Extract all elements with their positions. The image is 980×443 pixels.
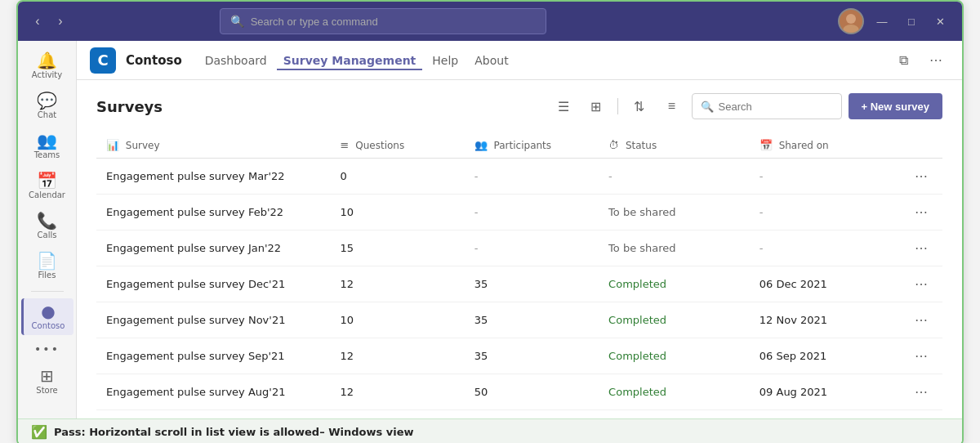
participants-col-icon: 👥 (474, 139, 488, 151)
cell-actions: ⋯ (900, 374, 942, 410)
back-button[interactable]: ‹ (28, 11, 47, 31)
cell-survey-name: Engagement pulse survey Jul'21 (96, 410, 331, 419)
cell-shared-on: 12 Nov 2021 (750, 302, 900, 338)
sidebar-item-chat[interactable]: 💬 Chat (21, 87, 74, 124)
cell-survey-name: Engagement pulse survey Nov'21 (96, 302, 331, 338)
calendar-icon: 📅 (37, 172, 57, 189)
nav-link-about[interactable]: About (468, 51, 514, 70)
content-area: Surveys ☰ ⊞ ⇅ ≡ 🔍 + New survey (77, 80, 962, 418)
cell-questions: 10 (331, 302, 465, 338)
table-row: Engagement pulse survey Jan'22 15 - To b… (96, 230, 942, 266)
new-survey-button[interactable]: + New survey (849, 93, 942, 119)
nav-link-help[interactable]: Help (425, 51, 465, 70)
sidebar-item-calls[interactable]: 📞 Calls (21, 208, 74, 244)
col-header-shared-on: 📅 Shared on (750, 132, 900, 159)
cell-survey-name: Engagement pulse survey Aug'21 (96, 374, 331, 410)
sidebar-item-calendar[interactable]: 📅 Calendar (21, 168, 74, 204)
sidebar-item-more[interactable]: ••• (21, 338, 74, 360)
cell-status: To be shared (599, 230, 750, 266)
app-body: 🔔 Activity 💬 Chat 👥 Teams 📅 Calendar 📞 C… (18, 41, 962, 418)
nav-link-survey-management[interactable]: Survey Management (277, 51, 423, 70)
col-header-participants: 👥 Participants (465, 132, 599, 159)
cell-participants: 50 (465, 374, 599, 410)
command-search-bar[interactable]: 🔍 (220, 8, 546, 34)
row-more-button[interactable]: ⋯ (910, 383, 933, 401)
table-search-input[interactable] (719, 101, 833, 113)
cell-shared-on: 06 Jul 2021 (750, 410, 900, 419)
col-header-questions: ≡ Questions (331, 132, 465, 159)
cell-questions: 10 (331, 195, 465, 230)
survey-col-icon: 📊 (106, 139, 119, 151)
sidebar-item-contoso[interactable]: ● Contoso (21, 298, 74, 335)
grid-view-button[interactable]: ⊞ (583, 93, 609, 119)
col-header-survey: 📊 Survey (96, 132, 331, 159)
cell-questions: 15 (331, 230, 465, 266)
cell-actions: ⋯ (900, 195, 942, 230)
cell-shared-on: 09 Aug 2021 (750, 374, 900, 410)
list-view-button[interactable]: ☰ (550, 93, 577, 119)
cell-actions: ⋯ (900, 338, 942, 374)
cell-participants: 35 (465, 302, 599, 338)
table-header: 📊 Survey ≡ Questions 👥 Participants (96, 132, 942, 159)
svg-point-1 (843, 25, 859, 33)
surveys-header: Surveys ☰ ⊞ ⇅ ≡ 🔍 + New survey (96, 93, 942, 119)
cell-actions: ⋯ (900, 302, 942, 338)
sidebar-item-teams[interactable]: 👥 Teams (21, 128, 74, 164)
cell-status: Completed (599, 374, 750, 410)
external-link-button[interactable]: ⧉ (890, 47, 916, 74)
cell-status: To be shared (599, 195, 750, 230)
table-row: Engagement pulse survey Jul'21 20 25 Com… (96, 410, 942, 419)
cell-actions: ⋯ (900, 266, 942, 302)
cell-survey-name: Engagement pulse survey Feb'22 (96, 195, 331, 230)
cell-shared-on: - (750, 159, 900, 195)
calls-icon: 📞 (37, 213, 57, 229)
table-row: Engagement pulse survey Aug'21 12 50 Com… (96, 374, 942, 410)
table-search-wrap: 🔍 (692, 93, 842, 119)
title-bar: ‹ › 🔍 — □ ✕ (18, 2, 962, 41)
sort-button[interactable]: ⇅ (626, 93, 653, 119)
row-more-button[interactable]: ⋯ (910, 275, 933, 293)
more-options-button[interactable]: ⋯ (923, 47, 949, 74)
cell-status: - (599, 159, 750, 195)
cell-status: Completed (599, 410, 750, 419)
cell-status: Completed (599, 302, 750, 338)
sidebar-item-store[interactable]: ⊞ Store (21, 363, 74, 400)
header-actions: ☰ ⊞ ⇅ ≡ 🔍 + New survey (550, 93, 942, 119)
pass-icon: ✅ (31, 424, 47, 440)
forward-button[interactable]: › (51, 11, 70, 31)
sidebar-label-activity: Activity (32, 70, 62, 79)
sidebar-label-teams: Teams (34, 150, 60, 159)
sidebar-item-files[interactable]: 📄 Files (21, 248, 74, 284)
row-more-button[interactable]: ⋯ (910, 311, 933, 329)
title-bar-right: — □ ✕ (838, 8, 952, 34)
surveys-title: Surveys (96, 98, 550, 115)
minimize-button[interactable]: — (871, 10, 893, 33)
sidebar-label-chat: Chat (38, 110, 56, 119)
app-logo: C (90, 47, 116, 74)
cell-participants: 35 (465, 266, 599, 302)
chat-icon: 💬 (37, 92, 57, 109)
store-icon: ⊞ (40, 368, 54, 384)
row-more-button[interactable]: ⋯ (910, 167, 933, 186)
avatar[interactable] (838, 8, 864, 34)
surveys-table: 📊 Survey ≡ Questions 👥 Participants (96, 132, 942, 418)
close-button[interactable]: ✕ (929, 10, 952, 33)
table-body: Engagement pulse survey Mar'22 0 - - - ⋯… (96, 159, 942, 419)
row-more-button[interactable]: ⋯ (910, 347, 933, 365)
filter-button[interactable]: ≡ (659, 93, 685, 119)
table-row: Engagement pulse survey Nov'21 10 35 Com… (96, 302, 942, 338)
cell-survey-name: Engagement pulse survey Mar'22 (96, 159, 331, 195)
cell-questions: 20 (331, 410, 465, 419)
table-header-row: 📊 Survey ≡ Questions 👥 Participants (96, 132, 942, 159)
search-icon: 🔍 (230, 15, 244, 28)
cell-actions: ⋯ (900, 410, 942, 419)
table-row: Engagement pulse survey Dec'21 12 35 Com… (96, 266, 942, 302)
nav-link-dashboard[interactable]: Dashboard (198, 51, 274, 70)
row-more-button[interactable]: ⋯ (910, 239, 933, 257)
contoso-icon: ● (41, 303, 55, 320)
app-nav: C Contoso Dashboard Survey Management He… (77, 41, 962, 80)
command-search-input[interactable] (251, 16, 536, 28)
maximize-button[interactable]: □ (900, 10, 923, 33)
sidebar-item-activity[interactable]: 🔔 Activity (21, 47, 74, 84)
row-more-button[interactable]: ⋯ (910, 203, 933, 222)
